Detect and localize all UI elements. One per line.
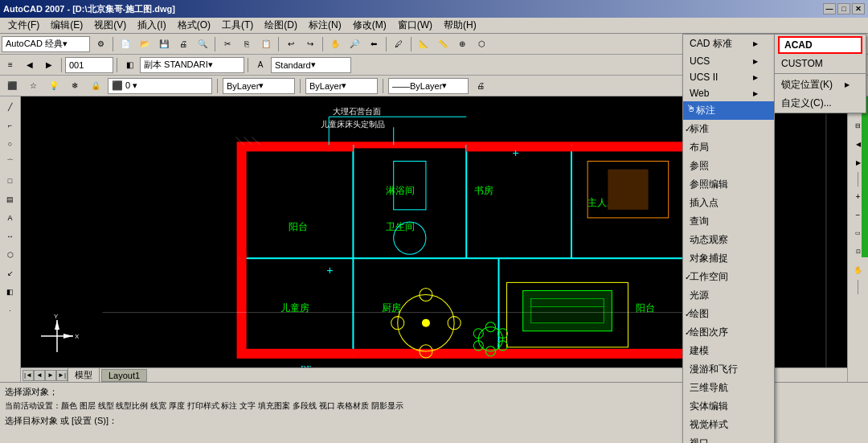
workspace-icon-btn[interactable]: ⚙ bbox=[92, 35, 109, 53]
plot2-icon[interactable]: 📏 bbox=[434, 35, 452, 53]
left-region-icon[interactable]: ◧ bbox=[2, 283, 19, 301]
layer-off-icon[interactable]: 💡 bbox=[45, 77, 63, 95]
pan-icon[interactable]: ✋ bbox=[326, 35, 344, 53]
left-arc-icon[interactable]: ⌒ bbox=[2, 154, 19, 171]
left-block-icon[interactable]: ⬡ bbox=[2, 246, 19, 264]
ctx-ucs-ii[interactable]: UCS II▶ bbox=[683, 69, 774, 85]
text-style-dropdown[interactable]: Standard▾ bbox=[271, 57, 351, 73]
ctx-biaozhu[interactable]: 🖱标注 bbox=[683, 101, 774, 120]
tab-model[interactable]: 模型 bbox=[68, 367, 100, 382]
new-icon[interactable]: 📄 bbox=[117, 35, 134, 53]
preview-icon[interactable]: 🔍 bbox=[194, 35, 211, 53]
layer-freeze-icon[interactable]: ❄ bbox=[66, 77, 84, 95]
left-hatch-icon[interactable]: ▤ bbox=[2, 191, 19, 208]
menu-file[interactable]: 文件(F) bbox=[3, 18, 44, 33]
menu-view[interactable]: 视图(V) bbox=[89, 18, 131, 33]
ctx-query[interactable]: 查询 bbox=[683, 212, 774, 231]
copy-icon[interactable]: ⎘ bbox=[238, 35, 256, 53]
ctx-custom[interactable]: CUSTOM bbox=[775, 55, 866, 72]
left-insert-icon[interactable]: ↙ bbox=[2, 265, 19, 282]
ctx-3d-nav[interactable]: 三维导航 bbox=[683, 379, 774, 397]
color-dropdown[interactable]: ByLayer▾ bbox=[223, 78, 295, 94]
menu-help[interactable]: 帮助(H) bbox=[439, 18, 481, 33]
menu-format[interactable]: 格式(O) bbox=[173, 18, 215, 33]
ctx-lighting[interactable]: 光源 bbox=[683, 286, 774, 305]
ctx-obj-snap[interactable]: 对象捕捉 bbox=[683, 249, 774, 268]
layer-lock-icon[interactable]: 🔒 bbox=[87, 77, 104, 95]
left-text-icon[interactable]: A bbox=[2, 209, 19, 227]
layers-icon[interactable]: ≡ bbox=[2, 56, 19, 74]
ctx-insert-point[interactable]: 插入点 bbox=[683, 194, 774, 212]
cut-icon[interactable]: ✂ bbox=[219, 35, 236, 53]
ctx-layout[interactable]: 布局 bbox=[683, 138, 774, 157]
maximize-button[interactable]: □ bbox=[837, 3, 850, 14]
ctx-modeling[interactable]: 建模 bbox=[683, 342, 774, 360]
menu-window[interactable]: 窗口(W) bbox=[393, 18, 437, 33]
paste-icon[interactable]: 📋 bbox=[257, 35, 275, 53]
left-point-icon[interactable]: · bbox=[2, 301, 19, 319]
linetype-dropdown[interactable]: ByLayer▾ bbox=[305, 78, 378, 94]
layer-dropdown[interactable]: ⬛ 0 ▾ bbox=[108, 78, 212, 94]
plot-style-icon[interactable]: 🖨 bbox=[472, 77, 489, 95]
tab-layout1[interactable]: Layout1 bbox=[101, 369, 147, 382]
ctx-workspace[interactable]: 工作空间 bbox=[683, 268, 774, 286]
menu-tools[interactable]: 工具(T) bbox=[217, 18, 258, 33]
viewport-icon[interactable]: ◧ bbox=[121, 56, 138, 74]
layer-prev-icon[interactable]: ◀ bbox=[21, 56, 39, 74]
menu-bar: 文件(F) 编辑(E) 视图(V) 插入(I) 格式(O) 工具(T) 绘图(D… bbox=[0, 18, 868, 34]
left-circle-icon[interactable]: ○ bbox=[2, 135, 19, 153]
tab-nav-next[interactable]: ► bbox=[45, 370, 56, 381]
layer-state-icon[interactable]: ☆ bbox=[24, 77, 42, 95]
style-icon[interactable]: A bbox=[252, 56, 269, 74]
scroll-indicator bbox=[862, 96, 868, 257]
layer-number-input[interactable]: 001 bbox=[65, 57, 113, 73]
obj-snap-icon[interactable]: ⊕ bbox=[453, 35, 471, 53]
ctx-web[interactable]: Web▶ bbox=[683, 85, 774, 101]
ctx-standard[interactable]: 标准 bbox=[683, 120, 774, 138]
tab-nav-first[interactable]: |◄ bbox=[23, 370, 34, 381]
match-prop-icon[interactable]: 🖊 bbox=[390, 35, 407, 53]
ctx-viewport[interactable]: 视口 bbox=[683, 434, 774, 443]
menu-dimension[interactable]: 标注(N) bbox=[304, 18, 346, 33]
wire-icon[interactable]: ⬡ bbox=[473, 35, 490, 53]
plot-icon[interactable]: 📐 bbox=[415, 35, 432, 53]
tab-nav-prev[interactable]: ◄ bbox=[34, 370, 45, 381]
ctx-cad-standard[interactable]: CAD 标准▶ bbox=[683, 35, 774, 53]
menu-modify[interactable]: 修改(M) bbox=[348, 18, 391, 33]
layer-next-icon[interactable]: ▶ bbox=[40, 56, 58, 74]
undo-icon[interactable]: ↩ bbox=[282, 35, 300, 53]
ctx-acad-btn[interactable]: ACAD bbox=[778, 36, 862, 54]
open-icon[interactable]: 📂 bbox=[136, 35, 154, 53]
menu-insert[interactable]: 插入(I) bbox=[133, 18, 170, 33]
ctx-lock-pos[interactable]: 锁定位置(K) ▶ bbox=[775, 76, 866, 94]
lineweight-dropdown[interactable]: ——ByLayer▾ bbox=[388, 78, 469, 94]
layer-manager-icon[interactable]: ⬛ bbox=[3, 77, 21, 95]
ctx-customize[interactable]: 自定义(C)... bbox=[775, 94, 866, 113]
redo-icon[interactable]: ↪ bbox=[301, 35, 319, 53]
menu-draw[interactable]: 绘图(D) bbox=[260, 18, 302, 33]
ctx-draw[interactable]: 绘图 bbox=[683, 305, 774, 323]
close-button[interactable]: ✕ bbox=[852, 3, 865, 14]
ctx-draw-order[interactable]: 绘图次序 bbox=[683, 323, 774, 342]
ctx-visual-style[interactable]: 视觉样式 bbox=[683, 416, 774, 434]
named-views-dropdown[interactable]: 副本 STANDARI▾ bbox=[140, 57, 244, 73]
left-line-icon[interactable]: ╱ bbox=[2, 98, 19, 116]
ctx-roaming[interactable]: 漫游和飞行 bbox=[683, 360, 774, 379]
ctx-ref-edit[interactable]: 参照编辑 bbox=[683, 175, 774, 194]
zoom-icon[interactable]: 🔎 bbox=[346, 35, 363, 53]
ctx-solid-edit[interactable]: 实体编辑 bbox=[683, 397, 774, 416]
ctx-dynamic-orbit[interactable]: 动态观察 bbox=[683, 231, 774, 249]
workspace-dropdown[interactable]: AutoCAD 经典▾ bbox=[2, 36, 90, 52]
ctx-ucs[interactable]: UCS▶ bbox=[683, 53, 774, 69]
zoom-prev-icon[interactable]: ⬅ bbox=[365, 35, 383, 53]
minimize-button[interactable]: — bbox=[823, 3, 836, 14]
save-icon[interactable]: 💾 bbox=[155, 35, 173, 53]
left-rect-icon[interactable]: □ bbox=[2, 172, 19, 190]
tab-nav-last[interactable]: ►| bbox=[56, 370, 68, 381]
ctx-reference[interactable]: 参照 bbox=[683, 157, 774, 175]
left-polyline-icon[interactable]: ⌐ bbox=[2, 117, 19, 134]
left-dim-icon[interactable]: ↔ bbox=[2, 228, 19, 245]
menu-edit[interactable]: 编辑(E) bbox=[46, 18, 88, 33]
print-icon[interactable]: 🖨 bbox=[174, 35, 192, 53]
right-pan-icon[interactable]: ✋ bbox=[850, 261, 867, 279]
